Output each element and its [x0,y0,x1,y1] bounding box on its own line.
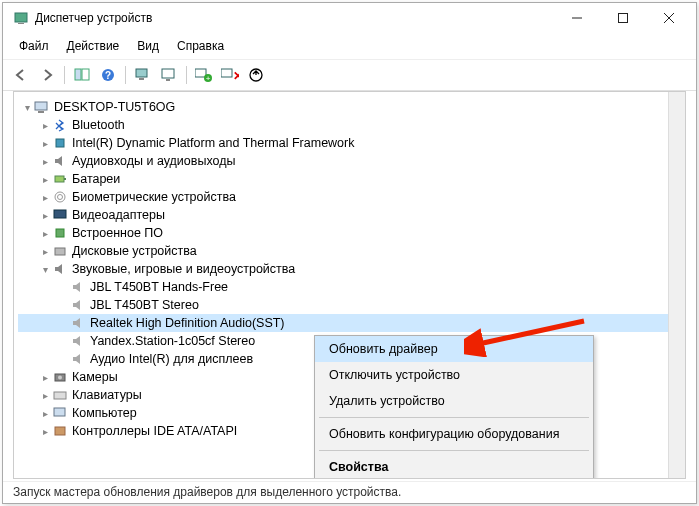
minimize-button[interactable] [554,3,600,33]
show-hide-console-icon[interactable] [70,64,94,86]
svg-rect-20 [35,102,47,110]
tree-label: Биометрические устройства [72,190,236,204]
svg-point-26 [58,195,63,200]
chevron-right-icon[interactable]: ▸ [38,156,52,167]
svg-rect-10 [136,69,147,77]
svg-rect-6 [75,69,81,80]
chevron-right-icon[interactable]: ▸ [38,426,52,437]
menu-view[interactable]: Вид [129,35,167,57]
chevron-right-icon[interactable]: ▸ [38,210,52,221]
tree-category-biometric[interactable]: ▸Биометрические устройства [18,188,668,206]
tree-label: Аудио Intel(R) для дисплеев [90,352,253,366]
chevron-right-icon[interactable]: ▸ [38,246,52,257]
svg-rect-24 [64,178,66,180]
speaker-icon [70,333,86,349]
svg-rect-33 [54,408,65,416]
ctx-scan-hardware[interactable]: Обновить конфигурацию оборудования [315,421,593,447]
ctx-disable-device[interactable]: Отключить устройство [315,362,593,388]
ctx-sep [319,450,589,451]
monitor-add-icon[interactable]: + [192,64,216,86]
tree-category-audio-io[interactable]: ▸Аудиовходы и аудиовыходы [18,152,668,170]
status-bar: Запуск мастера обновления драйверов для … [3,481,696,503]
tree-label: Встроенное ПО [72,226,163,240]
tree-category-video[interactable]: ▸Видеоадаптеры [18,206,668,224]
svg-point-31 [58,376,62,380]
svg-text:+: + [206,74,211,82]
context-menu: Обновить драйвер Отключить устройство Уд… [314,335,594,479]
speaker-icon [52,153,68,169]
svg-rect-22 [56,139,64,147]
ctx-sep [319,417,589,418]
close-button[interactable] [646,3,692,33]
svg-rect-29 [55,248,65,255]
titlebar[interactable]: Диспетчер устройств [3,3,696,33]
chevron-right-icon[interactable]: ▸ [38,174,52,185]
tree-category-disk[interactable]: ▸Дисковые устройства [18,242,668,260]
monitor-icon-button[interactable] [157,64,181,86]
display-icon [52,207,68,223]
storage-controller-icon [52,423,68,439]
menu-action[interactable]: Действие [59,35,128,57]
computer-icon [52,405,68,421]
toolbar-sep [186,66,187,84]
chevron-down-icon[interactable]: ▾ [38,264,52,275]
toolbar-sep [64,66,65,84]
forward-button[interactable] [35,64,59,86]
chevron-right-icon[interactable]: ▸ [38,120,52,131]
tree-category-sound[interactable]: ▾Звуковые, игровые и видеоустройства [18,260,668,278]
chevron-right-icon[interactable]: ▸ [38,228,52,239]
tree-category-firmware[interactable]: ▸Встроенное ПО [18,224,668,242]
tree-label: Звуковые, игровые и видеоустройства [72,262,295,276]
help-icon[interactable]: ? [96,64,120,86]
ctx-properties[interactable]: Свойства [315,454,593,479]
svg-rect-1 [18,23,24,24]
tree-root-label: DESKTOP-TU5T6OG [54,100,175,114]
chevron-right-icon[interactable]: ▸ [38,138,52,149]
tree-label: JBL T450BT Hands-Free [90,280,228,294]
chevron-right-icon[interactable]: ▸ [38,192,52,203]
maximize-button[interactable] [600,3,646,33]
keyboard-icon [52,387,68,403]
tree-category-bluetooth[interactable]: ▸Bluetooth [18,116,668,134]
chevron-right-icon[interactable]: ▸ [38,408,52,419]
ctx-uninstall-device[interactable]: Удалить устройство [315,388,593,414]
tree-category-battery[interactable]: ▸Батареи [18,170,668,188]
chevron-right-icon[interactable]: ▸ [38,372,52,383]
vertical-scrollbar[interactable] [668,92,685,478]
tree-device-jbl-handsfree[interactable]: JBL T450BT Hands-Free [18,278,668,296]
toolbar-sep [125,66,126,84]
fingerprint-icon [52,189,68,205]
disk-icon [52,243,68,259]
svg-rect-14 [195,69,206,77]
camera-icon [52,369,68,385]
svg-text:?: ? [105,70,111,81]
svg-rect-11 [139,78,144,80]
battery-icon [52,171,68,187]
tree-device-jbl-stereo[interactable]: JBL T450BT Stereo [18,296,668,314]
chevron-right-icon[interactable]: ▸ [38,390,52,401]
chevron-down-icon[interactable]: ▾ [20,102,34,113]
chip-icon [52,225,68,241]
menu-file[interactable]: Файл [11,35,57,57]
menu-help[interactable]: Справка [169,35,232,57]
svg-rect-3 [619,14,628,23]
speaker-icon [70,315,86,331]
app-icon [13,10,29,26]
svg-text:✕: ✕ [233,69,239,82]
tree-category-intel-platform[interactable]: ▸Intel(R) Dynamic Platform and Thermal F… [18,134,668,152]
tree-label: Realtek High Definition Audio(SST) [90,316,285,330]
ctx-update-driver[interactable]: Обновить драйвер [315,336,593,362]
back-button[interactable] [9,64,33,86]
svg-rect-32 [54,392,66,399]
speaker-icon [70,351,86,367]
svg-rect-12 [162,69,174,78]
window-title: Диспетчер устройств [35,11,554,25]
update-driver-icon[interactable] [244,64,268,86]
computer-icon [34,99,50,115]
svg-rect-7 [82,69,89,80]
tree-root[interactable]: ▾ DESKTOP-TU5T6OG [18,98,668,116]
tree-device-realtek[interactable]: Realtek High Definition Audio(SST) [18,314,668,332]
monitor-remove-icon[interactable]: ✕ [218,64,242,86]
computer-icon-button[interactable] [131,64,155,86]
svg-rect-27 [54,210,66,218]
